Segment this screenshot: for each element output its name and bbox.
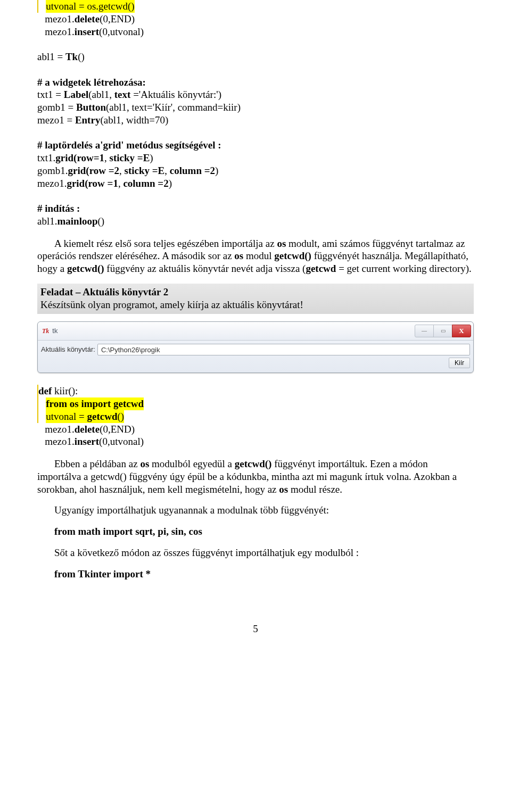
tk-window: Tk tk — ▭ X Aktuális könyvtár: Kiír xyxy=(37,321,474,373)
code-block-b: def kiir(): from os import getcwd utvona… xyxy=(37,385,474,448)
paragraph-4: Sőt a következő módon az összes függvény… xyxy=(37,546,474,559)
titlebar: Tk tk — ▭ X xyxy=(38,322,473,341)
tk-icon: Tk xyxy=(42,327,49,335)
import-line-2: from Tkinter import * xyxy=(37,568,474,581)
task-title: Feladat – Aktuális könyvtár 2 xyxy=(40,286,471,299)
page-number: 5 xyxy=(37,623,474,635)
close-button[interactable]: X xyxy=(452,325,471,337)
import-line-1: from math import sqrt, pi, sin, cos xyxy=(37,525,474,538)
print-button[interactable]: Kiír xyxy=(449,358,470,368)
directory-label: Aktuális könyvtár: xyxy=(41,345,95,354)
paragraph-3: Ugyanígy importálhatjuk ugyanannak a mod… xyxy=(37,504,474,517)
paragraph-2: Ebben a példában az os modulból egyedül … xyxy=(37,458,474,495)
paragraph-1: A kiemelt rész első sora teljes egészébe… xyxy=(37,237,474,275)
maximize-button[interactable]: ▭ xyxy=(433,325,452,337)
window-title: tk xyxy=(52,327,415,335)
task-text: Készítsünk olyan programot, amely kiírja… xyxy=(40,299,471,311)
task-box: Feladat – Aktuális könyvtár 2 Készítsünk… xyxy=(37,284,474,314)
minimize-button[interactable]: — xyxy=(415,325,434,337)
code-block-a: utvonal = os.getcwd() mezo1.delete(0,END… xyxy=(37,0,474,228)
directory-input[interactable] xyxy=(97,344,470,355)
